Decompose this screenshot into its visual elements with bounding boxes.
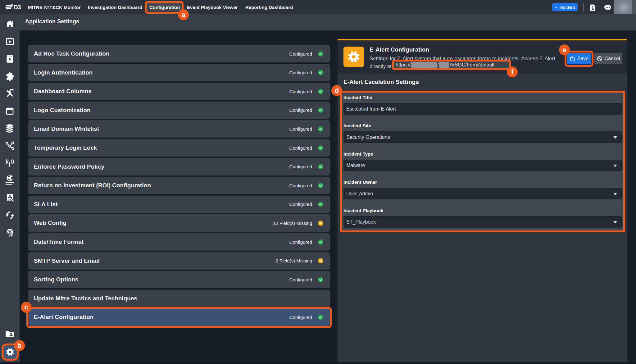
svg-text:D3: D3 [14,4,21,10]
